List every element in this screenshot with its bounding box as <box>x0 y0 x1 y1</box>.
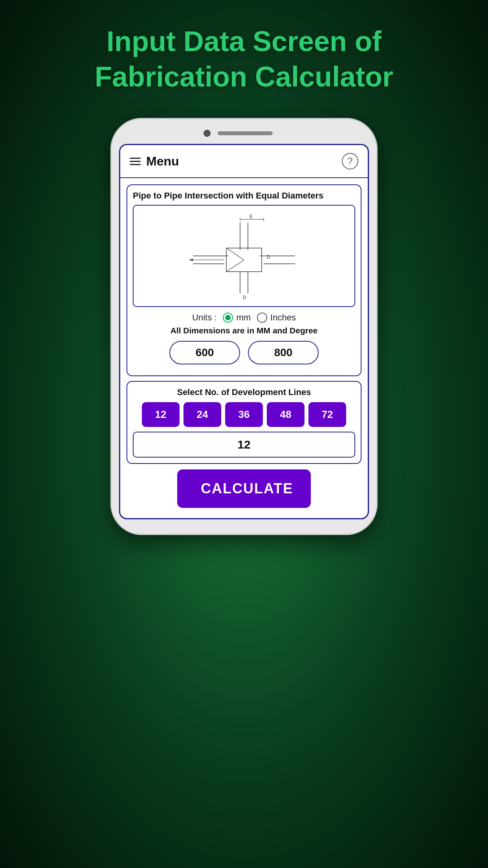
menu-bar: Menu ? <box>120 145 368 178</box>
svg-text:E: E <box>250 214 253 219</box>
help-button[interactable]: ? <box>342 153 358 169</box>
svg-marker-12 <box>189 259 193 261</box>
calculate-button[interactable]: CALCULATE <box>177 469 311 508</box>
menu-label: Menu <box>146 154 179 169</box>
phone-top-bar <box>119 130 369 137</box>
page-title: Input Data Screen of Fabrication Calcula… <box>63 24 425 94</box>
dev-line-btn-24[interactable]: 24 <box>183 402 221 427</box>
hamburger-icon[interactable] <box>130 158 141 165</box>
radio-mm-circle <box>223 313 233 323</box>
inputs-row <box>133 341 355 364</box>
dev-line-btn-48[interactable]: 48 <box>267 402 305 427</box>
dev-lines-value: 12 <box>133 432 355 458</box>
dev-lines-box: Select No. of Development Lines 12 24 36… <box>127 381 361 464</box>
phone-screen: Menu ? Pipe to Pipe Intersection with Eq… <box>119 144 369 519</box>
dev-line-btn-36[interactable]: 36 <box>225 402 263 427</box>
front-camera-icon <box>204 130 211 137</box>
svg-text:D: D <box>243 295 246 300</box>
dev-line-btn-72[interactable]: 72 <box>308 402 346 427</box>
dimensions-note: All Dimensions are in MM and Degree <box>133 326 355 335</box>
svg-line-9 <box>226 248 244 260</box>
dimension-input-2[interactable] <box>248 341 319 364</box>
units-row: Units : mm Inches <box>133 313 355 323</box>
diagram-box: E D D <box>133 205 355 307</box>
phone-speaker <box>218 131 273 135</box>
svg-line-10 <box>226 260 244 272</box>
content-area: Pipe to Pipe Intersection with Equal Dia… <box>120 178 368 518</box>
dimension-input-1[interactable] <box>169 341 240 364</box>
dev-lines-buttons: 12 24 36 48 72 <box>133 402 355 427</box>
radio-inches-label: Inches <box>270 313 296 323</box>
menu-left: Menu <box>130 154 179 169</box>
dev-lines-title: Select No. of Development Lines <box>133 387 355 397</box>
radio-mm-inner <box>225 315 231 320</box>
pipe-diagram: E D D <box>185 211 303 301</box>
radio-inches-circle <box>257 313 267 323</box>
units-label: Units : <box>192 313 216 323</box>
section-box: Pipe to Pipe Intersection with Equal Dia… <box>127 184 361 376</box>
svg-text:D: D <box>267 254 270 260</box>
section-title: Pipe to Pipe Intersection with Equal Dia… <box>133 191 355 201</box>
dev-line-btn-12[interactable]: 12 <box>142 402 180 427</box>
radio-mm[interactable]: mm <box>223 313 251 323</box>
help-icon-text: ? <box>347 156 352 167</box>
radio-mm-label: mm <box>236 313 251 323</box>
radio-inches[interactable]: Inches <box>257 313 296 323</box>
phone-frame: Menu ? Pipe to Pipe Intersection with Eq… <box>110 118 378 535</box>
